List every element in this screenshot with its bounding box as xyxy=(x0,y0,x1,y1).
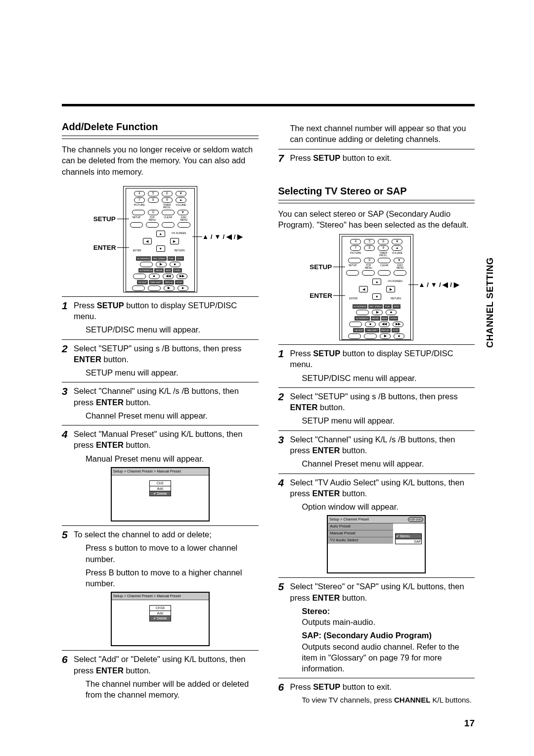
step-5: 5 To select the channel to add or delete… xyxy=(62,529,259,589)
step-6r: 6 Press SETUP button to exit. To view TV… xyxy=(278,681,475,705)
step-4: 4 Select "Manual Preset" using K/L butto… xyxy=(62,428,259,464)
step-4r: 4 Select "TV Audio Select" using K/L but… xyxy=(278,477,475,513)
section-intro: The channels you no longer receive or se… xyxy=(62,144,259,177)
osd-manual-preset-1: Setup > Channel Preset > Manual Preset C… xyxy=(111,467,210,521)
label-enter: ENTER xyxy=(93,243,116,252)
manual-page: Add/Delete Function The channels you no … xyxy=(0,0,534,756)
step-2: 2 Select "SETUP" using s /B buttons, the… xyxy=(62,343,259,378)
step-2r: 2 Select "SETUP" using s /B buttons, the… xyxy=(278,391,475,426)
osd-tv-audio-select: Setup > Channel Preset VCRDISC Auto Pres… xyxy=(327,515,426,573)
step-1: 1 Press SETUP button to display SETUP/DI… xyxy=(62,300,259,335)
top-rule xyxy=(62,104,475,106)
osd-manual-preset-2: Setup > Channel Preset > Manual Preset C… xyxy=(111,592,210,646)
label-setup: SETUP xyxy=(310,263,332,272)
continuation-text: The next channel number will appear so t… xyxy=(290,123,475,145)
section-intro: You can select stereo or SAP (Secondary … xyxy=(278,208,475,231)
left-column: Add/Delete Function The channels you no … xyxy=(62,120,259,707)
section-underline xyxy=(62,136,259,139)
step-6: 6 Select "Add" or "Delete" using K/L but… xyxy=(62,654,259,700)
label-setup: SETUP xyxy=(93,215,116,224)
step-1r: 1 Press SETUP button to display SETUP/DI… xyxy=(278,348,475,383)
step-3: 3 Select "Channel" using K/L /s /B butto… xyxy=(62,385,259,421)
page-number: 17 xyxy=(464,718,475,729)
content-columns: Add/Delete Function The channels you no … xyxy=(62,120,475,707)
remote-diagram: SETUP ENTER ▲ / ▼ / ◀ / ▶ 456▼ 789▲ PICT… xyxy=(339,234,413,340)
section-underline xyxy=(278,200,475,203)
label-arrows: ▲ / ▼ / ◀ / ▶ xyxy=(202,233,243,241)
remote-diagram: SETUP ENTER ▲ / ▼ / ◀ / ▶ 456▼ 789▲ PICT… xyxy=(123,186,197,292)
step-3r: 3 Select "Channel" using K/L /s /B butto… xyxy=(278,434,475,470)
side-tab-label: CHANNEL SETTING xyxy=(485,257,495,348)
label-arrows: ▲ / ▼ / ◀ / ▶ xyxy=(418,281,459,289)
right-column: The next channel number will appear so t… xyxy=(278,120,475,707)
section-title-add-delete: Add/Delete Function xyxy=(62,120,259,134)
label-enter: ENTER xyxy=(310,291,332,300)
step-5r: 5 Select "Stereo" or "SAP" using K/L but… xyxy=(278,581,475,674)
section-title-stereo-sap: Selecting TV Stereo or SAP xyxy=(278,185,475,198)
step-7: 7 Press SETUP button to exit. xyxy=(278,152,475,164)
